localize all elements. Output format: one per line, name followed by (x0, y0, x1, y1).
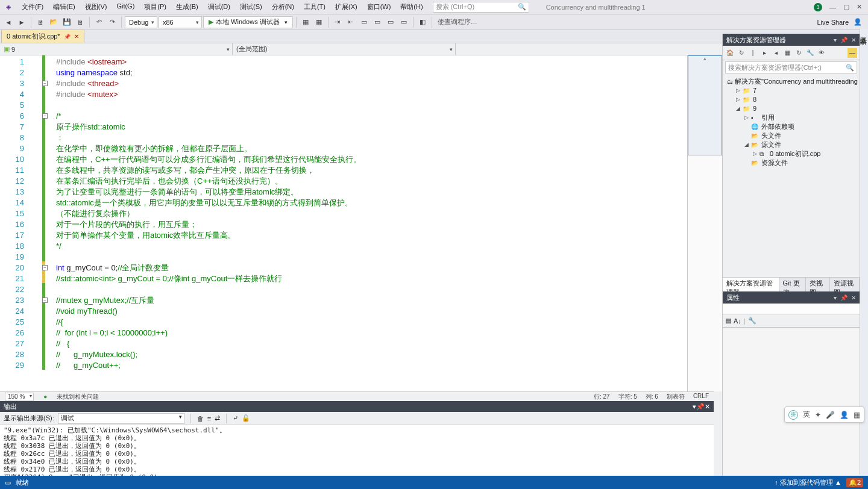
ime-icon[interactable]: 👤 (840, 411, 849, 419)
minimize-icon[interactable]: — (829, 4, 836, 11)
toggle-icon[interactable]: ⇄ (215, 414, 220, 422)
save-all-icon[interactable]: 🗎 (74, 16, 86, 28)
fold-toggle[interactable]: − (42, 113, 48, 119)
tab-active[interactable]: 0 atomic初识.cpp* 📌 ✕ (1, 30, 84, 43)
wrench-icon[interactable]: 🔧 (748, 317, 756, 325)
nav-project[interactable]: ▣ 9 (0, 43, 233, 55)
menu-item[interactable]: 分析(N) (267, 0, 299, 14)
step-icon[interactable]: ⇥ (332, 16, 344, 28)
undo-icon[interactable]: ↶ (93, 16, 105, 28)
wrap-icon[interactable]: ⤶ (233, 414, 238, 422)
notif-icon[interactable]: 🔔2 (846, 478, 863, 487)
home-icon[interactable]: 🏠 (725, 48, 735, 58)
fold-toggle[interactable]: − (42, 265, 48, 270)
redo-icon[interactable]: ↷ (106, 16, 118, 28)
new-project-icon[interactable]: 🗎 (34, 16, 46, 28)
menu-item[interactable]: 窗口(W) (362, 0, 396, 14)
menu-item[interactable]: 扩展(X) (330, 0, 362, 14)
ime-lang[interactable]: 英 (803, 410, 810, 420)
menu-item[interactable]: 视图(V) (80, 0, 112, 14)
menu-item[interactable]: 项目(P) (139, 0, 171, 14)
tree-node[interactable]: ▷📁7 (724, 86, 858, 95)
live-share-button[interactable]: Live Share (817, 19, 849, 26)
nav-fwd-icon[interactable]: ► (16, 16, 28, 28)
quick-search[interactable]: 搜索 (Ctrl+Q) 🔍 (433, 2, 529, 13)
tree-root[interactable]: 🗂解决方案"Concurrency and multithreading 1"(… (724, 77, 858, 86)
tree-node[interactable]: 🌐外部依赖项 (724, 122, 858, 131)
close-icon[interactable]: ✕ (851, 294, 856, 301)
tree-node[interactable]: ◢📁9 (724, 104, 858, 113)
toolbar-icon[interactable]: ▦ (313, 16, 325, 28)
fold-toggle[interactable]: − (42, 81, 48, 86)
bookmark-icon[interactable]: ◧ (417, 16, 429, 28)
categorize-icon[interactable]: ▤ (725, 317, 731, 325)
toggle-icon[interactable]: — (848, 48, 857, 58)
nav-scope[interactable]: (全局范围) (233, 43, 456, 55)
menu-item[interactable]: 文件(F) (17, 0, 48, 14)
step-icon[interactable]: ⇤ (345, 16, 357, 28)
save-icon[interactable]: 💾 (61, 16, 73, 28)
pin-icon[interactable]: 📌 (696, 403, 705, 410)
grid-icon[interactable]: ▦ (854, 411, 860, 419)
source-control-button[interactable]: ↑ 添加到源代码管理 ▲ (775, 478, 841, 487)
code-surface[interactable]: #include <iostream>using namespace std;#… (45, 55, 687, 391)
minimap-viewport[interactable] (688, 55, 722, 155)
pin-icon[interactable]: 📌 (840, 294, 848, 301)
tree-node[interactable]: ▷⧉0 atomic初识.cpp (724, 149, 858, 158)
solution-tree[interactable]: 🗂解决方案"Concurrency and multithreading 1"(… (723, 75, 860, 277)
menu-item[interactable]: 测试(S) (235, 0, 267, 14)
nav-back-icon[interactable]: ◄ (2, 16, 14, 28)
menu-item[interactable]: Git(G) (112, 0, 139, 14)
solution-config-combo[interactable]: Debug (125, 16, 157, 28)
close-icon[interactable]: ✕ (857, 3, 862, 11)
tab-close-icon[interactable]: ✕ (74, 33, 79, 40)
notification-badge[interactable]: 3 (814, 3, 822, 11)
menu-item[interactable]: 生成(B) (171, 0, 203, 14)
fold-toggle[interactable]: − (42, 297, 48, 303)
alpha-sort-icon[interactable]: A↓ (734, 317, 741, 325)
comment-icon[interactable]: ▭ (398, 16, 410, 28)
pin-icon[interactable]: 📌 (64, 34, 71, 40)
collapse-icon[interactable]: ◂ (771, 48, 781, 58)
open-icon[interactable]: 📂 (48, 16, 60, 28)
indent-icon[interactable]: ▭ (371, 16, 383, 28)
properties-combo[interactable] (723, 304, 860, 314)
maximize-icon[interactable]: ▢ (843, 3, 849, 11)
ime-toolbar[interactable]: 拼 英 ✦ 🎤 👤 ▦ (784, 406, 864, 423)
tree-node[interactable]: 📂头文件 (724, 131, 858, 140)
properties-icon[interactable]: 🔧 (805, 48, 815, 58)
refresh-icon[interactable]: ↻ (794, 48, 804, 58)
pin-icon[interactable]: 🔓 (242, 414, 250, 422)
options-icon[interactable]: ▾ (834, 294, 837, 301)
zoom-combo[interactable]: 150 % (5, 393, 34, 401)
clear-icon[interactable]: 🗑 (197, 415, 204, 422)
menu-item[interactable]: 编辑(E) (48, 0, 80, 14)
close-icon[interactable]: ✕ (851, 37, 856, 43)
tree-node[interactable]: ▷▪引用 (724, 113, 858, 122)
options-icon[interactable]: ▾ (834, 37, 837, 43)
tree-node[interactable]: ◢📂源文件 (724, 140, 858, 149)
tree-node[interactable]: ▷📁8 (724, 95, 858, 104)
account-icon[interactable]: 👤 (854, 18, 862, 26)
solution-search[interactable]: 搜索解决方案资源管理器(Ctrl+;) 🔍 (725, 61, 857, 73)
expand-icon[interactable]: ▸ (760, 48, 769, 58)
output-text[interactable]: "9.exe"(Win32): 已加载"C:\Windows\SysWOW64\… (0, 425, 714, 483)
comment-icon[interactable]: ▭ (385, 16, 397, 28)
ime-icon[interactable]: 拼 (788, 410, 798, 420)
menu-item[interactable]: 帮助(H) (395, 0, 427, 14)
start-debug-button[interactable]: ▶本地 Windows 调试器▾ (203, 16, 293, 28)
mic-icon[interactable]: 🎤 (826, 411, 835, 419)
ime-icon[interactable]: ✦ (815, 411, 821, 419)
toolbar-icon[interactable]: ▦ (300, 16, 312, 28)
close-icon[interactable]: ✕ (705, 403, 710, 410)
menu-item[interactable]: 调试(D) (203, 0, 235, 14)
sync-icon[interactable]: ↻ (737, 48, 746, 58)
preview-icon[interactable]: 👁 (817, 48, 826, 58)
toggle-icon[interactable]: ≡ (207, 415, 211, 422)
pin-icon[interactable]: 📌 (840, 37, 848, 43)
code-editor[interactable]: 1234567891011121314151617181920212223242… (0, 55, 722, 391)
menu-item[interactable]: 工具(T) (299, 0, 330, 14)
show-all-icon[interactable]: ▦ (782, 48, 792, 58)
indent-icon[interactable]: ▭ (358, 16, 370, 28)
solution-platform-combo[interactable]: x86 (159, 16, 202, 28)
